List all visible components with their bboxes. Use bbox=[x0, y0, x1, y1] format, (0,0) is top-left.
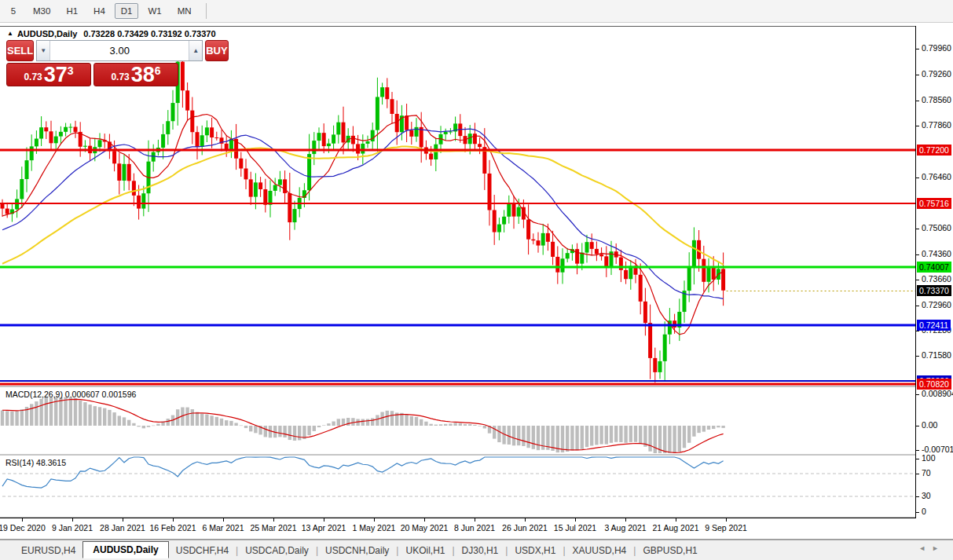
axis-tick-mark bbox=[916, 474, 919, 474]
volume-input[interactable] bbox=[50, 41, 189, 60]
price-level-chip: 0.75716 bbox=[917, 198, 951, 209]
tab-usdchf-h4[interactable]: USDCHF,H4 bbox=[169, 543, 236, 558]
axis-tick-label: 0.76460 bbox=[922, 172, 951, 181]
tab-ukoil-h1[interactable]: UKOil,H1 bbox=[398, 543, 452, 558]
date-label: 3 Aug 2021 bbox=[604, 523, 646, 533]
tab-usdcad-daily[interactable]: USDCAD,Daily bbox=[238, 543, 316, 558]
axis-tick-label: 0.71580 bbox=[922, 350, 951, 360]
price-level-chip: 0.72411 bbox=[917, 320, 951, 331]
axis-tick-label: 70 bbox=[922, 468, 931, 478]
axis-tick-mark bbox=[916, 426, 919, 426]
axis-tick-mark bbox=[916, 49, 919, 49]
axis-tick-label: 0.00 bbox=[922, 420, 937, 430]
date-tick-mark bbox=[22, 518, 23, 522]
chart-title: ▲AUDUSD,Daily0.73228 0.73429 0.73192 0.7… bbox=[7, 29, 216, 38]
axis-tick-mark bbox=[916, 331, 919, 331]
chart-symbol-label: AUDUSD,Daily bbox=[17, 29, 77, 38]
date-label: 26 Jun 2021 bbox=[502, 523, 548, 533]
axis-tick-mark bbox=[916, 126, 919, 126]
date-tick-mark bbox=[374, 518, 375, 522]
date-axis[interactable]: 19 Dec 20209 Jan 202128 Jan 202116 Feb 2… bbox=[0, 518, 915, 539]
volume-increase-icon[interactable]: ▲ bbox=[189, 41, 202, 60]
sell-price-pip: 3 bbox=[68, 64, 74, 77]
axis-tick-label: 0.73660 bbox=[922, 274, 951, 284]
date-tick-mark bbox=[173, 518, 174, 522]
date-label: 8 Jun 2021 bbox=[454, 523, 495, 533]
sell-button[interactable]: SELL bbox=[6, 40, 34, 61]
axis-tick-mark bbox=[916, 496, 919, 497]
date-label: 16 Feb 2021 bbox=[150, 523, 196, 533]
axis-tick-mark bbox=[916, 75, 919, 75]
price-axis[interactable]: 0.799600.792600.785600.778600.764600.750… bbox=[915, 26, 953, 518]
rsi-indicator-label: RSI(14) 48.3615 bbox=[5, 458, 66, 467]
application-window: 5M30H1H4D1W1MN ▲AUDUSD,Daily0.73228 0.73… bbox=[0, 0, 953, 560]
chart-tabs-bar: EURUSD,H4AUDUSD,DailyUSDCHF,H4|USDCAD,Da… bbox=[0, 540, 953, 560]
timeframe-toolbar: 5M30H1H4D1W1MN bbox=[0, 0, 953, 23]
axis-tick-mark bbox=[916, 101, 919, 101]
axis-tick-label: 0.79260 bbox=[922, 69, 951, 79]
volume-decrease-icon[interactable]: ▼ bbox=[37, 41, 50, 60]
buy-price-prefix: 0.73 bbox=[111, 71, 129, 82]
tab-xauusd-h4[interactable]: XAUUSD,H4 bbox=[566, 543, 634, 558]
chart-tab-list: EURUSD,H4AUDUSD,DailyUSDCHF,H4|USDCAD,Da… bbox=[0, 540, 705, 560]
tab-audusd-daily[interactable]: AUDUSD,Daily bbox=[82, 541, 168, 558]
axis-tick-label: 100 bbox=[922, 453, 936, 463]
axis-tick-mark bbox=[916, 254, 919, 255]
timeframe-button-h1[interactable]: H1 bbox=[60, 3, 84, 19]
date-tick-mark bbox=[123, 518, 123, 522]
axis-tick-label: 0 bbox=[922, 507, 926, 516]
axis-tick-label: 0.79960 bbox=[922, 43, 951, 53]
axis-tick-label: 0.72960 bbox=[922, 300, 951, 309]
date-label: 6 Mar 2021 bbox=[202, 523, 244, 533]
price-level-chip: 0.73370 bbox=[917, 285, 951, 296]
date-label: 15 Jul 2021 bbox=[554, 523, 596, 533]
axis-tick-mark bbox=[916, 512, 919, 513]
tab-eurusd-h4[interactable]: EURUSD,H4 bbox=[14, 543, 82, 558]
one-click-trading-panel: SELL ▼ ▲ BUY 0.73 37 3 0.73 38 6 bbox=[6, 40, 178, 86]
timeframe-button-d1[interactable]: D1 bbox=[115, 3, 139, 19]
timeframe-button-w1[interactable]: W1 bbox=[141, 3, 167, 19]
date-tick-mark bbox=[625, 518, 626, 522]
buy-price-pip: 6 bbox=[155, 64, 161, 77]
date-label: 13 Apr 2021 bbox=[302, 523, 346, 533]
price-level-chip: 0.77200 bbox=[917, 145, 951, 156]
axis-tick-label: 0.74360 bbox=[922, 249, 951, 258]
tab-scroll-arrows: ◄► bbox=[918, 544, 945, 552]
date-tick-mark bbox=[726, 518, 727, 522]
date-tick-mark bbox=[475, 518, 475, 522]
date-label: 28 Jan 2021 bbox=[100, 523, 145, 533]
axis-tick-mark bbox=[916, 306, 919, 306]
tab-scroll-right-icon[interactable]: ► bbox=[932, 544, 945, 552]
sell-price-main: 37 bbox=[44, 64, 68, 85]
axis-tick-mark bbox=[916, 280, 919, 280]
axis-tick-mark bbox=[916, 394, 919, 395]
timeframe-button-m30[interactable]: M30 bbox=[27, 3, 57, 19]
timeframe-button-h4[interactable]: H4 bbox=[87, 3, 112, 19]
date-tick-mark bbox=[72, 518, 73, 522]
axis-tick-label: 30 bbox=[922, 491, 931, 500]
timeframe-button-5[interactable]: 5 bbox=[3, 3, 24, 19]
tab-gbpusd-h1[interactable]: GBPUSD,H1 bbox=[636, 543, 704, 558]
date-tick-mark bbox=[273, 518, 274, 522]
one-click-collapse-icon[interactable]: ▲ bbox=[7, 30, 13, 37]
volume-spinner: ▼ ▲ bbox=[36, 40, 203, 61]
chart-ohlc-values: 0.73228 0.73429 0.73192 0.73370 bbox=[83, 29, 215, 38]
sell-price-display[interactable]: 0.73 37 3 bbox=[6, 63, 91, 86]
tab-scroll-left-icon[interactable]: ◄ bbox=[918, 544, 932, 552]
date-label: 21 Aug 2021 bbox=[653, 523, 699, 533]
axis-tick-label: 0.77860 bbox=[922, 120, 951, 130]
toolbar-separator bbox=[206, 3, 207, 19]
date-tick-mark bbox=[324, 518, 324, 522]
timeframe-button-mn[interactable]: MN bbox=[171, 3, 198, 19]
tab-dj30-h1[interactable]: DJ30,H1 bbox=[455, 543, 506, 558]
date-tick-mark bbox=[676, 518, 676, 522]
date-label: 25 Mar 2021 bbox=[251, 523, 297, 533]
tab-usdx-h1[interactable]: USDX,H1 bbox=[508, 543, 563, 558]
tab-usdcnh-daily[interactable]: USDCNH,Daily bbox=[318, 543, 396, 558]
buy-button[interactable]: BUY bbox=[205, 40, 228, 61]
buy-price-display[interactable]: 0.73 38 6 bbox=[93, 63, 178, 86]
date-tick-mark bbox=[575, 518, 576, 522]
macd-indicator-label: MACD(12,26,9) 0.000607 0.001596 bbox=[5, 390, 136, 399]
axis-tick-mark bbox=[916, 450, 919, 451]
timeframe-button-group: 5M30H1H4D1W1MN bbox=[0, 0, 200, 22]
